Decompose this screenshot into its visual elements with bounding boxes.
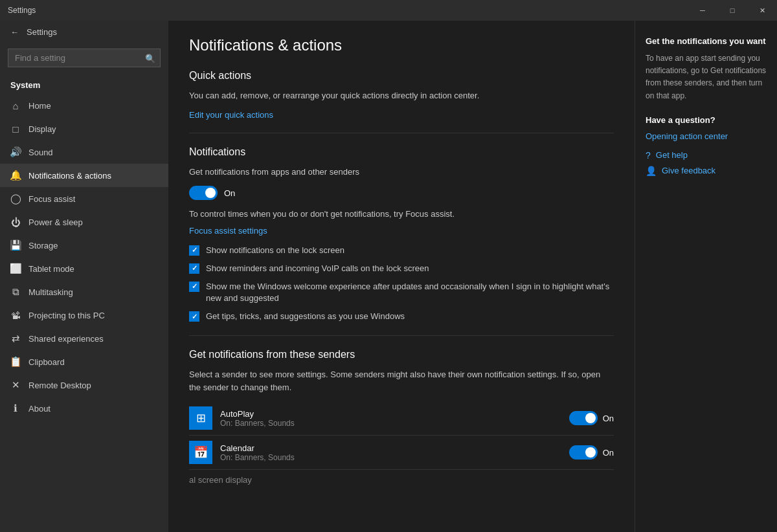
display-icon: □ (10, 124, 21, 134)
focus-note: To control times when you do or don't ge… (189, 208, 614, 221)
about-icon: ℹ (10, 403, 21, 414)
sender-icon-0: ⊞ (189, 406, 212, 430)
sidebar-item-label-shared: Shared experiences (28, 334, 104, 344)
sidebar-item-label-focus: Focus assist (28, 194, 75, 204)
sidebar-item-sound[interactable]: 🔊 Sound (0, 140, 168, 164)
opening-action-center-label: Opening action center (646, 131, 728, 141)
sidebar-item-projecting[interactable]: 📽 Projecting to this PC (0, 304, 168, 327)
sender-name-1: Calendar (220, 443, 295, 453)
checkbox-label-0: Show notifications on the lock screen (206, 245, 344, 256)
close-button[interactable]: ✕ (747, 0, 777, 21)
senders-title: Get notifications from these senders (189, 349, 614, 360)
sidebar-item-label-about: About (28, 404, 51, 414)
right-panel-notifications-title: Get the notifications you want (646, 36, 767, 46)
notifications-title: Notifications (189, 146, 614, 158)
sender-item-1[interactable]: 📅 Calendar On: Banners, Sounds On (189, 436, 614, 470)
remote-icon: ✕ (10, 380, 21, 390)
checkbox-1[interactable] (189, 263, 199, 274)
give-feedback-label: Give feedback (662, 166, 715, 175)
minimize-button[interactable]: ─ (688, 0, 717, 21)
back-label: Settings (27, 27, 57, 37)
sidebar-item-label-power: Power & sleep (28, 217, 83, 227)
checkbox-row-0: Show notifications on the lock screen (189, 245, 614, 256)
checkbox-row-2: Show me the Windows welcome experience a… (189, 281, 614, 304)
notifications-toggle-row: On (189, 186, 614, 200)
sidebar-item-focus[interactable]: ◯ Focus assist (0, 187, 168, 210)
page-title: Notifications & actions (189, 36, 614, 54)
sidebar-item-label-multitasking: Multitasking (28, 287, 73, 297)
sender-toggle-1[interactable] (569, 445, 598, 460)
edit-quick-actions-link[interactable]: Edit your quick actions (189, 110, 614, 120)
back-icon: ← (10, 27, 19, 37)
get-help-link[interactable]: ? Get help (646, 150, 767, 161)
checkbox-label-1: Show reminders and incoming VoIP calls o… (206, 263, 429, 274)
checkbox-label-2: Show me the Windows welcome experience a… (206, 281, 614, 304)
app-container: ← Settings 🔍 System ⌂ Home □ Display 🔊 S… (0, 21, 777, 532)
sender-item-0[interactable]: ⊞ AutoPlay On: Banners, Sounds On (189, 401, 614, 436)
sidebar-item-label-remote: Remote Desktop (28, 381, 91, 390)
notifications-toggle-label: On (224, 188, 235, 198)
right-panel: Get the notifications you want To have a… (635, 21, 777, 532)
sender-info-0: AutoPlay On: Banners, Sounds (220, 409, 295, 428)
shared-icon: ⇄ (10, 333, 21, 344)
bottom-partial: al screen display (189, 470, 614, 485)
sidebar-item-power[interactable]: ⏻ Power & sleep (0, 210, 168, 234)
sender-toggle-0[interactable] (569, 411, 598, 425)
sidebar-item-tablet[interactable]: ⬜ Tablet mode (0, 257, 168, 280)
power-icon: ⏻ (10, 217, 21, 227)
notifications-toggle[interactable] (189, 186, 218, 200)
sidebar: ← Settings 🔍 System ⌂ Home □ Display 🔊 S… (0, 21, 168, 532)
search-icon: 🔍 (145, 53, 155, 63)
focus-assist-settings-link[interactable]: Focus assist settings (189, 226, 614, 236)
sidebar-item-shared[interactable]: ⇄ Shared experiences (0, 327, 168, 350)
notifications-icon: 🔔 (10, 170, 21, 181)
checkbox-row-3: Get tips, tricks, and suggestions as you… (189, 311, 614, 322)
search-input[interactable] (8, 49, 161, 67)
sender-info-1: Calendar On: Banners, Sounds (220, 443, 295, 462)
clipboard-icon: 📋 (10, 357, 21, 367)
projecting-icon: 📽 (10, 310, 21, 320)
titlebar-title: Settings (8, 6, 36, 15)
content-area: Notifications & actions Quick actions Yo… (168, 21, 777, 532)
give-feedback-link[interactable]: 👤 Give feedback (646, 166, 767, 176)
sidebar-item-remote[interactable]: ✕ Remote Desktop (0, 373, 168, 397)
sidebar-item-label-notifications: Notifications & actions (28, 171, 111, 181)
sidebar-item-display[interactable]: □ Display (0, 117, 168, 140)
maximize-button[interactable]: □ (717, 0, 747, 21)
checkbox-label-3: Get tips, tricks, and suggestions as you… (206, 311, 405, 322)
quick-actions-desc: You can add, remove, or rearrange your q… (189, 89, 614, 102)
search-container: 🔍 (8, 49, 161, 67)
get-notifications-label: Get notifications from apps and other se… (189, 166, 614, 179)
right-panel-notifications-text: To have an app start sending you notific… (646, 52, 767, 102)
sender-right-1: On (569, 445, 614, 460)
sender-left-0: ⊞ AutoPlay On: Banners, Sounds (189, 406, 295, 430)
sidebar-item-label-projecting: Projecting to this PC (28, 311, 105, 320)
sidebar-item-clipboard[interactable]: 📋 Clipboard (0, 350, 168, 373)
sidebar-item-about[interactable]: ℹ About (0, 397, 168, 420)
sidebar-items: ⌂ Home □ Display 🔊 Sound 🔔 Notifications… (0, 94, 168, 420)
right-panel-help: ? Get help 👤 Give feedback (646, 150, 767, 176)
right-panel-question: Have a question? (646, 115, 767, 125)
sidebar-item-label-sound: Sound (28, 148, 53, 157)
sidebar-item-notifications[interactable]: 🔔 Notifications & actions (0, 164, 168, 187)
titlebar: Settings ─ □ ✕ (0, 0, 777, 21)
opening-action-center-link[interactable]: Opening action center (646, 131, 767, 141)
sender-icon-1: 📅 (189, 441, 212, 464)
sidebar-item-storage[interactable]: 💾 Storage (0, 234, 168, 257)
checkbox-row-1: Show reminders and incoming VoIP calls o… (189, 263, 614, 274)
sidebar-item-label-tablet: Tablet mode (28, 264, 74, 274)
checkbox-3[interactable] (189, 311, 199, 322)
sender-sub-0: On: Banners, Sounds (220, 419, 295, 428)
sidebar-item-multitasking[interactable]: ⧉ Multitasking (0, 280, 168, 304)
checkbox-2[interactable] (189, 282, 199, 292)
quick-actions-title: Quick actions (189, 70, 614, 82)
help-icon: ? (646, 150, 651, 161)
home-icon: ⌂ (10, 100, 21, 111)
checkbox-0[interactable] (189, 245, 199, 256)
sidebar-item-label-storage: Storage (28, 241, 58, 250)
sidebar-item-home[interactable]: ⌂ Home (0, 94, 168, 117)
sound-icon: 🔊 (10, 147, 21, 157)
back-button[interactable]: ← Settings (0, 21, 168, 43)
sender-sub-1: On: Banners, Sounds (220, 453, 295, 462)
senders-desc: Select a sender to see more settings. So… (189, 368, 614, 393)
